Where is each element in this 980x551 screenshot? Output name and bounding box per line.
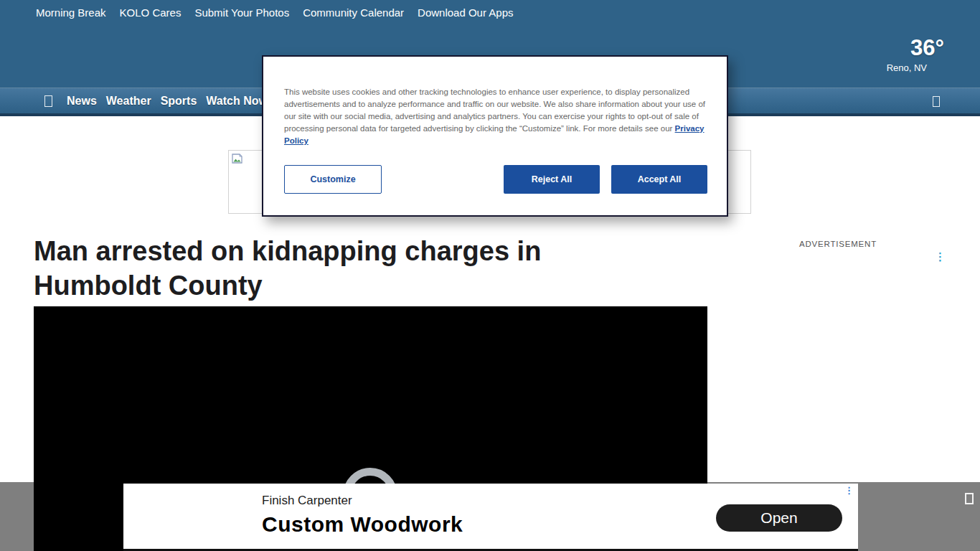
topbar-link-kolo-cares[interactable]: KOLO Cares bbox=[120, 6, 182, 19]
accept-all-button[interactable]: Accept All bbox=[611, 165, 707, 194]
topbar-link-download-apps[interactable]: Download Our Apps bbox=[418, 6, 513, 19]
nav-item-sports[interactable]: Sports bbox=[161, 95, 197, 108]
weather-temperature: 36° bbox=[887, 36, 944, 60]
topbar: Morning Break KOLO Cares Submit Your Pho… bbox=[0, 0, 980, 19]
cookie-consent-dialog: This website uses cookies and other trac… bbox=[262, 55, 728, 217]
anchor-ad-title: Custom Woodwork bbox=[262, 512, 463, 537]
advertisement-label: ADVERTISEMENT bbox=[799, 240, 877, 248]
cookie-consent-text: This website uses cookies and other trac… bbox=[284, 86, 706, 147]
ad-options-icon[interactable]: ⋮ bbox=[935, 251, 946, 262]
topbar-link-submit-photos[interactable]: Submit Your Photos bbox=[194, 6, 289, 19]
topbar-link-morning-break[interactable]: Morning Break bbox=[36, 6, 106, 19]
anchor-ad-kicker: Finish Carpenter bbox=[262, 494, 352, 508]
nav-item-news[interactable]: News bbox=[67, 95, 97, 108]
anchor-ad-open-button[interactable]: Open bbox=[716, 504, 842, 532]
nav-item-weather[interactable]: Weather bbox=[106, 95, 151, 108]
article-headline: Man arrested on kidnapping charges in Hu… bbox=[34, 234, 600, 303]
anchor-ad[interactable]: Finish Carpenter Custom Woodwork Open ⋮ bbox=[123, 484, 858, 551]
cookie-consent-body: This website uses cookies and other trac… bbox=[284, 88, 705, 133]
ad-close-icon[interactable] bbox=[965, 493, 974, 504]
topbar-link-community-calendar[interactable]: Community Calendar bbox=[303, 6, 404, 19]
customize-button[interactable]: Customize bbox=[284, 165, 382, 194]
nav-item-watch-now[interactable]: Watch Now bbox=[206, 95, 268, 108]
broken-image-icon bbox=[231, 153, 243, 165]
reject-all-button[interactable]: Reject All bbox=[504, 165, 600, 194]
home-icon[interactable] bbox=[44, 95, 52, 107]
search-icon[interactable] bbox=[933, 96, 940, 107]
weather-location: Reno, NV bbox=[887, 62, 927, 73]
anchor-ad-options-icon[interactable]: ⋮ bbox=[844, 486, 854, 495]
weather-widget[interactable]: 36° Reno, NV bbox=[887, 36, 944, 73]
